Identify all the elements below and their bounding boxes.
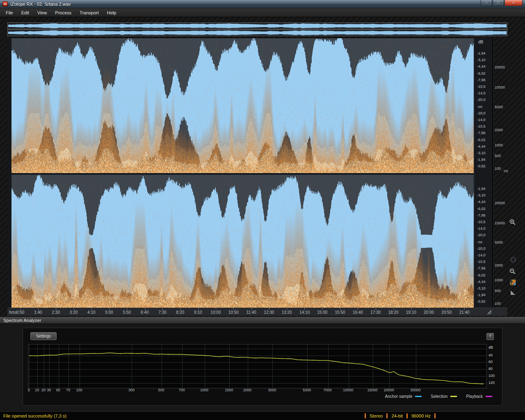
time-ruler-tick (429, 308, 429, 310)
db-tick: -3,10 (477, 58, 486, 62)
time-ruler-label: 2:30 (52, 310, 60, 315)
time-ruler-label: 0:50 (16, 310, 24, 315)
frequency-tick: 5000 (495, 105, 503, 109)
status-item: 96000 Hz (408, 413, 434, 418)
spectrum-db-tick: 100 (488, 374, 495, 378)
menu-file[interactable]: File (2, 9, 17, 16)
db-tick: -1,94 (477, 158, 486, 162)
zoom-out-icon (509, 268, 516, 275)
time-ruler-tick (464, 308, 465, 310)
time-ruler-label: 19:10 (406, 310, 416, 315)
spectrum-freq-tick: 2000 (243, 388, 251, 392)
db-tick: -1,94 (477, 51, 486, 55)
time-ruler-label: 14:10 (299, 310, 310, 315)
time-ruler-label: 13:20 (282, 310, 292, 315)
db-tick: -4,44 (477, 64, 486, 68)
display-left-margin (7, 38, 11, 308)
time-ruler-tick (216, 308, 216, 310)
spectrum-freq-tick: 50 (56, 388, 60, 392)
display-palette-button[interactable] (509, 278, 516, 286)
vertical-scrollbar[interactable] (491, 38, 493, 308)
time-ruler-label: 5:00 (105, 310, 113, 315)
db-scale-label: dB (478, 40, 483, 44)
time-ruler-label: 17:30 (370, 310, 381, 315)
db-tick: -4,44 (477, 200, 486, 204)
time-ruler-tick (127, 308, 127, 310)
settings-button[interactable]: Settings (30, 332, 57, 340)
legend-swatch (450, 396, 457, 397)
db-tick: -20,0 (477, 233, 486, 237)
db-tick: -6,02 (477, 273, 486, 277)
frequency-tick: 1000 (495, 278, 503, 282)
legend-label: Anchor sample (385, 394, 413, 399)
time-ruler-label: 6:40 (141, 310, 148, 315)
db-tick: -0,92 (477, 164, 486, 168)
zoom-in-icon (509, 219, 516, 226)
menu-bar: FileEditViewProcessTransportHelp (0, 8, 525, 17)
time-ruler-tick (340, 308, 340, 310)
frequency-tick: 1000 (495, 143, 503, 147)
db-tick: -3,10 (477, 286, 486, 290)
spectrum-analyzer-title: Spectrum Analyzer (3, 318, 41, 323)
db-tick: -6,02 (477, 138, 486, 142)
spectrum-freq-tick: 1000 (200, 388, 208, 392)
menu-help[interactable]: Help (103, 9, 121, 16)
spectrum-freq-tick: 7000 (324, 388, 332, 392)
time-ruler-tick (162, 308, 163, 310)
zoom-in-button[interactable] (509, 218, 516, 226)
spectrum-graph[interactable] (28, 344, 487, 388)
time-ruler-label: 10:00 (210, 310, 221, 315)
time-ruler-unit: hms (9, 310, 17, 315)
time-ruler-tick (145, 308, 145, 310)
status-item: 24-bit (388, 413, 406, 418)
spectrum-freq-tick: 10000 (343, 388, 353, 392)
minimize-button[interactable]: – (481, 0, 492, 6)
frequency-tick: 5000 (495, 240, 503, 244)
restore-button[interactable]: □ (493, 0, 504, 6)
time-ruler[interactable]: hms 0:501:402:303:204:105:005:506:407:30… (7, 308, 507, 316)
zoom-out-button[interactable] (509, 267, 516, 275)
help-button[interactable]: ? (486, 333, 494, 340)
time-ruler-tick (269, 308, 269, 310)
db-tick: -14,0 (477, 226, 486, 231)
frequency-tick: 2000 (495, 263, 503, 267)
zoom-knob-icon (510, 257, 516, 262)
frequency-tick: 100 (495, 167, 501, 171)
time-ruler-tick (322, 308, 323, 310)
menu-transport[interactable]: Transport (75, 9, 103, 16)
spectrum-db-tick: 40 (488, 353, 493, 357)
frequency-tick: 500 (495, 289, 501, 293)
frequency-tick: 10000 (495, 221, 505, 225)
menu-process[interactable]: Process (51, 9, 75, 16)
db-tick: -4,44 (477, 144, 486, 148)
pan-arrow-button[interactable] (509, 289, 516, 296)
spectrum-db-tick: 80 (488, 367, 493, 371)
close-button[interactable]: × (504, 0, 523, 6)
window-title: iZotope RX - 02. Srtana 2.wav (10, 2, 71, 7)
ruler-corner-tool[interactable] (486, 308, 493, 316)
time-ruler-label: 15:00 (317, 310, 327, 315)
db-tick: -20,0 (477, 98, 486, 102)
spectrum-analyzer-header[interactable]: Spectrum Analyzer (0, 317, 525, 324)
time-ruler-label: 20:50 (441, 310, 452, 315)
frequency-tick: 10000 (495, 85, 505, 89)
overview-waveform[interactable] (7, 23, 507, 36)
spectrum-freq-tick: 500 (158, 388, 164, 392)
db-tick: -10,5 (477, 124, 486, 128)
spectrogram-waveform-display[interactable] (11, 38, 474, 308)
menu-edit[interactable]: Edit (17, 9, 33, 16)
db-tick: -14,0 (477, 253, 486, 257)
spectrum-freq-tick: 1500 (225, 388, 233, 392)
db-tick: -14,0 (477, 118, 486, 122)
spectrum-freq-tick: 20000 (384, 388, 394, 392)
db-tick: -0,92 (477, 299, 486, 304)
palette-icon (510, 279, 516, 285)
spectrum-freq-tick: 5000 (303, 388, 311, 392)
time-ruler-label: 10:50 (228, 310, 239, 315)
time-ruler-tick (251, 308, 252, 310)
spectrum-legend: Anchor sampleSelectionPlayback (385, 394, 492, 399)
time-ruler-tick (287, 308, 287, 310)
zoom-scroll-knob[interactable] (509, 256, 517, 263)
db-tick: -3,10 (477, 151, 486, 155)
menu-view[interactable]: View (33, 9, 51, 16)
